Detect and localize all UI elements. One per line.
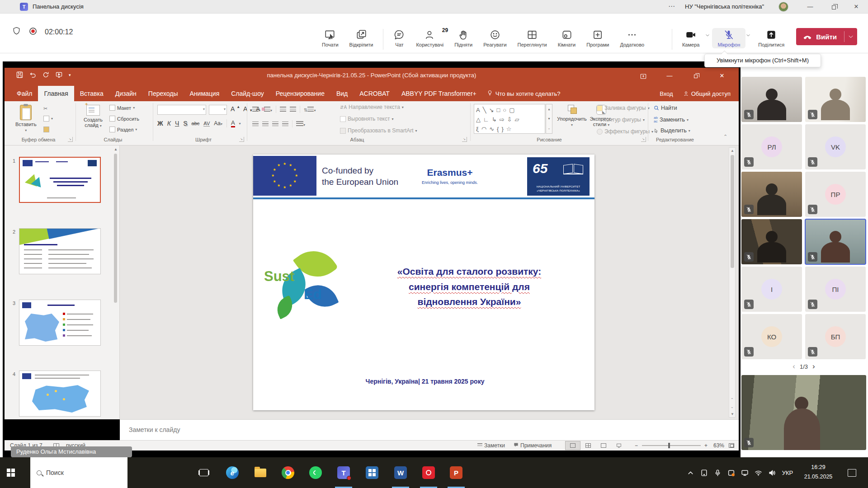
tab-review[interactable]: Рецензирование — [270, 86, 330, 101]
participant-tile[interactable]: ПІ — [805, 267, 866, 312]
shapes-gallery[interactable]: A╲↘□○▢△∟↳⇨⇩▱ξ◠∿{}☆ — [474, 104, 545, 134]
clock[interactable]: 16:29 21.05.2025 — [797, 463, 840, 482]
shape-option[interactable]: ╲ — [483, 105, 486, 115]
participant-tile[interactable] — [741, 219, 802, 264]
ribbon-display-options-icon[interactable] — [633, 68, 654, 84]
zoom-level[interactable]: 63% — [713, 442, 724, 449]
wifi-icon[interactable] — [752, 457, 764, 488]
language-indicator[interactable]: УКР — [778, 457, 797, 488]
unpin-button[interactable]: Відкріпити — [344, 28, 379, 48]
taskbar-app-teams[interactable]: T — [333, 457, 354, 488]
tray-mic-icon[interactable] — [711, 457, 724, 488]
volume-icon[interactable] — [765, 457, 778, 488]
copy-button[interactable]: ▾ — [43, 116, 53, 122]
change-case-button[interactable]: Aa▾ — [214, 120, 222, 127]
save-icon[interactable] — [16, 71, 23, 78]
tab-file[interactable]: Файл — [11, 86, 38, 101]
participant-tile[interactable] — [805, 77, 866, 122]
shape-option[interactable]: ↘ — [489, 105, 494, 115]
text-direction-button[interactable]: ⇵AНаправление текста▾ — [340, 104, 404, 110]
ppt-close-button[interactable]: ✕ — [712, 68, 732, 84]
paste-button[interactable]: Вставить▾ — [15, 105, 37, 132]
layout-button[interactable]: Макет▾ — [109, 105, 135, 111]
section-button[interactable]: Раздел▾ — [109, 127, 137, 132]
tab-abbyy[interactable]: ABBYY PDF Transformer+ — [396, 86, 482, 101]
notes-toggle[interactable]: Заметки — [477, 442, 505, 449]
taskbar-app-explorer[interactable] — [250, 457, 271, 488]
pagination-prev-icon[interactable]: ‹ — [793, 362, 795, 371]
taskbar-app-edge[interactable]: e — [222, 457, 243, 488]
zoom-in-button[interactable]: + — [704, 442, 708, 449]
mic-button[interactable]: Мікрофон — [712, 28, 745, 48]
start-share-button[interactable]: Почати — [316, 28, 344, 48]
undo-icon[interactable] — [29, 71, 36, 78]
more-button[interactable]: Додатково — [614, 28, 650, 48]
tab-transitions[interactable]: Переходы — [142, 86, 184, 101]
rooms-button[interactable]: Кімнати — [552, 28, 581, 48]
apps-button[interactable]: Програми — [581, 28, 614, 48]
participant-tile[interactable]: КО — [741, 314, 802, 359]
share-workbook-button[interactable]: Общий доступ — [683, 90, 731, 97]
action-center-button[interactable] — [842, 457, 862, 488]
slide-thumbnail-4[interactable] — [19, 371, 101, 417]
fit-slide-button[interactable] — [729, 442, 734, 449]
tab-insert[interactable]: Вставка — [74, 86, 109, 101]
chevron-down-icon[interactable] — [705, 28, 712, 40]
taskbar-search-input[interactable]: Поиск — [30, 457, 127, 488]
slide-canvas[interactable]: ★★★★★★★★★★★★ Co-funded by the European U… — [253, 155, 594, 410]
line-spacing-button[interactable]: ⇅▾ — [304, 107, 316, 113]
new-slide-button[interactable]: Создать слайд ▾ — [80, 105, 106, 128]
numbering-button[interactable]: ▾ — [264, 107, 272, 113]
format-painter-button[interactable] — [43, 127, 49, 132]
participant-tile[interactable]: ПР — [805, 172, 866, 217]
avatar[interactable] — [778, 2, 788, 12]
pagination-next-icon[interactable]: › — [812, 362, 815, 371]
restore-button[interactable] — [825, 0, 843, 14]
slide-thumbnail-1[interactable] — [19, 157, 101, 203]
shape-option[interactable]: ξ — [476, 124, 479, 134]
chat-button[interactable]: Чат — [388, 28, 410, 48]
chevron-down-icon[interactable] — [745, 28, 753, 40]
tablet-icon[interactable] — [698, 457, 710, 488]
tab-design[interactable]: Дизайн — [109, 86, 142, 101]
close-button[interactable]: ✕ — [847, 0, 865, 14]
shape-option[interactable]: { — [497, 124, 499, 134]
people-button[interactable]: Користувачі 29 — [410, 28, 449, 48]
replace-button[interactable]: abacЗаменить▾ — [654, 116, 689, 123]
align-text-button[interactable]: Выровнять текст▾ — [340, 116, 394, 122]
taskbar-app-powerpoint[interactable]: P — [446, 457, 467, 488]
character-spacing-button[interactable]: AV — [203, 121, 210, 127]
slide-scrollbar[interactable]: ▲⌃⌄▼ — [729, 147, 736, 418]
text-shadow-button[interactable]: S — [183, 120, 187, 127]
columns-button[interactable]: ▾ — [296, 121, 305, 127]
abbyy-agent-icon[interactable] — [725, 457, 737, 488]
convert-smartart-button[interactable]: Преобразовать в SmartArt▾ — [340, 127, 417, 134]
shape-option[interactable]: ▱ — [514, 115, 519, 124]
tab-acrobat[interactable]: ACROBAT — [354, 86, 396, 101]
chevron-down-icon[interactable] — [847, 33, 854, 40]
bullets-button[interactable]: ▾ — [252, 107, 260, 113]
tab-animations[interactable]: Анимация — [184, 86, 226, 101]
underline-button[interactable]: Ч — [175, 120, 179, 127]
ppt-restore-button[interactable] — [685, 68, 706, 84]
shape-fill-button[interactable]: Заливка фигуры▾ — [597, 105, 650, 111]
taskbar-app-word[interactable]: W — [390, 457, 411, 488]
participant-tile[interactable] — [805, 219, 866, 264]
shape-option[interactable]: ⇨ — [500, 115, 505, 124]
font-dialog-launcher[interactable]: ↘ — [239, 137, 244, 142]
slide-thumbnail-3[interactable] — [19, 300, 101, 346]
ppt-minimize-button[interactable]: — — [659, 68, 680, 84]
participant-tile[interactable]: VK — [805, 124, 866, 169]
react-button[interactable]: Реагувати — [478, 28, 512, 48]
shape-option[interactable]: □ — [496, 105, 500, 115]
bold-button[interactable]: Ж — [157, 120, 163, 127]
security-shield-icon[interactable] — [12, 26, 21, 38]
normal-view-button[interactable] — [565, 441, 580, 450]
slide-sorter-view-button[interactable] — [580, 441, 596, 450]
shape-effects-button[interactable]: Эффекты фигуры▾ — [597, 128, 653, 135]
leave-button[interactable]: Вийти — [796, 28, 857, 45]
strikethrough-button[interactable]: abc — [192, 121, 200, 126]
taskbar-app-chrome[interactable] — [278, 457, 298, 488]
start-button[interactable] — [0, 457, 22, 488]
decrease-indent-button[interactable] — [280, 107, 286, 113]
